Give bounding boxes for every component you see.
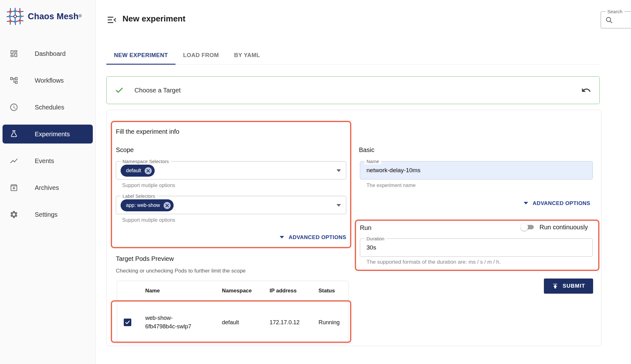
experiment-info-title: Fill the experiment info <box>116 128 179 135</box>
chip-label: default <box>126 168 141 173</box>
run-heading: Run <box>360 224 372 232</box>
sidebar-item-label: Experiments <box>35 131 70 138</box>
col-header-ip: IP address <box>270 288 318 294</box>
checkbox-check-icon <box>125 320 130 325</box>
tab-bar: NEW EXPERIMENT LOAD FROM BY YAML <box>106 46 600 65</box>
brand-name: Chaos Mesh <box>28 12 79 21</box>
brand: Chaos Mesh® <box>6 7 82 26</box>
pod-ip: 172.17.0.12 <box>270 319 318 326</box>
pods-preview-subtitle: Checking or unchecking Pods to further l… <box>116 268 246 274</box>
namespace-selectors-helper: Support mutiple options <box>122 183 175 188</box>
tab-load-from[interactable]: LOAD FROM <box>176 46 226 64</box>
col-header-status: Status <box>318 288 348 294</box>
sidebar-nav: Dashboard Workflows Schedules Experiment… <box>0 44 95 232</box>
duration-helper: The supported formats of the duration ar… <box>366 259 501 265</box>
triangle-down-icon <box>524 202 528 204</box>
undo-icon[interactable] <box>581 85 591 95</box>
tab-label: BY YAML <box>234 52 260 59</box>
chaos-mesh-logo-icon <box>6 7 25 26</box>
experiment-name-input[interactable] <box>366 161 580 179</box>
menu-collapse-icon[interactable] <box>107 15 117 25</box>
run-continuously-toggle[interactable] <box>521 223 535 231</box>
dropdown-arrow-icon[interactable] <box>336 169 341 172</box>
label-selectors-field[interactable]: Label Selectors app: web-show <box>116 196 346 214</box>
sidebar-item-settings[interactable]: Settings <box>3 205 93 224</box>
toggle-thumb <box>521 223 528 231</box>
sidebar-item-label: Schedules <box>35 104 64 111</box>
search-icon <box>605 16 613 24</box>
pods-table-header: Name Namespace IP address Status <box>117 281 348 301</box>
sidebar-item-schedules[interactable]: Schedules <box>3 98 93 117</box>
sidebar-item-workflows[interactable]: Workflows <box>3 71 93 90</box>
sidebar-item-archives[interactable]: Archives <box>3 178 93 197</box>
tab-new-experiment[interactable]: NEW EXPERIMENT <box>106 46 176 64</box>
basic-advanced-options-toggle[interactable]: ADVANCED OPTIONS <box>361 200 590 207</box>
pods-table: Name Namespace IP address Status web-sho… <box>117 281 348 344</box>
chip-remove-icon[interactable] <box>144 167 152 175</box>
sidebar-item-label: Events <box>35 157 54 165</box>
tab-label: LOAD FROM <box>183 52 219 59</box>
gear-icon <box>9 210 18 219</box>
sidebar: Chaos Mesh® Dashboard Workflows Schedule… <box>0 0 96 364</box>
publish-icon <box>552 283 559 290</box>
duration-input[interactable] <box>366 239 580 256</box>
page-title: New experiment <box>122 14 185 24</box>
clock-icon <box>9 103 18 112</box>
namespace-selectors-field[interactable]: Namespace Selectors default <box>116 161 346 179</box>
search-input[interactable] <box>616 15 631 25</box>
advanced-options-label: ADVANCED OPTIONS <box>533 200 590 206</box>
pod-status: Running <box>318 319 348 326</box>
pod-checkbox[interactable] <box>124 319 131 326</box>
sidebar-item-label: Dashboard <box>35 50 66 57</box>
step-label: Choose a Target <box>134 87 181 94</box>
duration-field[interactable]: Duration <box>360 238 593 257</box>
pods-preview-title: Target Pods Preview <box>116 255 174 262</box>
check-icon <box>115 86 124 95</box>
sidebar-item-label: Settings <box>35 211 57 218</box>
tab-label: NEW EXPERIMENT <box>114 52 168 59</box>
run-continuously-control: Run continuously <box>521 223 588 231</box>
col-header-name: Name <box>145 288 222 294</box>
submit-label: SUBMIT <box>563 283 585 289</box>
sidebar-item-label: Workflows <box>35 77 64 84</box>
registered-mark: ® <box>79 13 82 18</box>
chip-namespace-default[interactable]: default <box>121 165 155 177</box>
scope-heading: Scope <box>116 146 134 154</box>
sidebar-item-label: Archives <box>35 184 59 191</box>
search-field[interactable]: Search <box>601 11 631 28</box>
submit-button[interactable]: SUBMIT <box>544 279 593 294</box>
dashboard-icon <box>9 49 18 58</box>
sidebar-item-events[interactable]: Events <box>3 151 93 170</box>
name-field-helper: The experiment name <box>366 183 416 188</box>
experiment-form-card: Fill the experiment info Scope Namespace… <box>106 110 601 346</box>
pod-name: web-show-6fb4798b4c-swlp7 <box>145 314 203 331</box>
advanced-options-label: ADVANCED OPTIONS <box>289 234 346 240</box>
archive-icon <box>9 183 18 192</box>
triangle-down-icon <box>280 236 284 238</box>
namespace-selectors-label: Namespace Selectors <box>121 158 171 164</box>
sidebar-item-dashboard[interactable]: Dashboard <box>3 44 93 63</box>
col-header-namespace: Namespace <box>222 288 270 294</box>
search-field-label: Search <box>605 9 624 15</box>
workflow-tree-icon <box>9 76 18 85</box>
step-choose-target[interactable]: Choose a Target <box>106 76 600 104</box>
experiment-name-field[interactable]: Name <box>360 161 593 179</box>
scope-advanced-options-toggle[interactable]: ADVANCED OPTIONS <box>116 234 346 241</box>
line-chart-icon <box>9 156 18 165</box>
chip-label: app: web-show <box>126 203 160 208</box>
flask-icon <box>9 130 18 138</box>
label-selectors-helper: Support mutiple options <box>122 217 175 223</box>
tab-by-yaml[interactable]: BY YAML <box>227 46 268 64</box>
table-row[interactable]: web-show-6fb4798b4c-swlp7 default 172.17… <box>117 301 348 344</box>
label-selectors-label: Label Selectors <box>121 193 157 199</box>
basic-heading: Basic <box>359 146 374 154</box>
pod-namespace: default <box>222 319 270 326</box>
chip-label-app-web-show[interactable]: app: web-show <box>121 199 174 211</box>
run-continuously-label: Run continuously <box>539 224 588 231</box>
dropdown-arrow-icon[interactable] <box>336 204 341 207</box>
chip-remove-icon[interactable] <box>163 201 171 210</box>
sidebar-item-experiments[interactable]: Experiments <box>3 125 93 144</box>
